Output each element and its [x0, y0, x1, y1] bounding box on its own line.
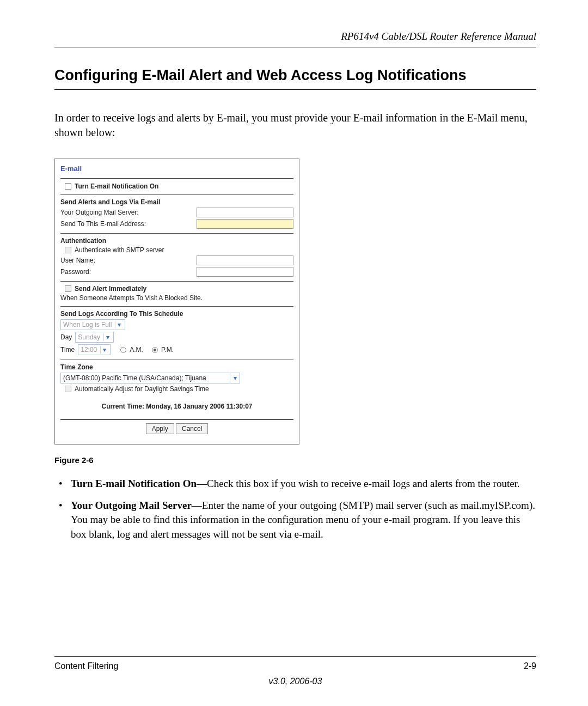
bullet-list: Turn E-mail Notification On—Check this b…: [54, 477, 536, 541]
turn-on-label: Turn E-mail Notification On: [75, 182, 158, 190]
outgoing-server-input[interactable]: [197, 208, 293, 217]
day-value: Sunday: [78, 333, 100, 341]
schedule-when-value: When Log is Full: [63, 321, 112, 328]
timezone-heading: Time Zone: [60, 363, 293, 371]
panel-title: E-mail: [60, 165, 293, 173]
list-item: Turn E-mail Notification On—Check this b…: [71, 477, 536, 491]
doc-header-title: RP614v4 Cable/DSL Router Reference Manua…: [54, 31, 536, 42]
schedule-heading: Send Logs According To This Schedule: [60, 310, 293, 318]
email-settings-screenshot: E-mail Turn E-mail Notification On Send …: [54, 159, 299, 445]
section-rule: [54, 89, 536, 90]
auth-smtp-checkbox[interactable]: [65, 247, 71, 253]
day-label: Day: [60, 333, 72, 341]
send-alerts-heading: Send Alerts and Logs Via E-mail: [60, 198, 293, 206]
time-value: 12:00: [81, 346, 97, 354]
sendto-label: Send To This E-mail Address:: [60, 220, 197, 228]
dst-checkbox[interactable]: [65, 386, 71, 392]
password-input[interactable]: [197, 267, 293, 277]
schedule-when-select[interactable]: When Log is Full ▾: [60, 319, 125, 330]
bullet-heading: Turn E-mail Notification On: [71, 478, 197, 489]
divider: [60, 419, 293, 420]
auth-smtp-label: Authenticate with SMTP server: [75, 246, 164, 254]
time-select[interactable]: 12:00 ▾: [78, 344, 111, 355]
time-label: Time: [60, 346, 75, 354]
chevron-down-icon: ▾: [100, 346, 108, 354]
apply-button[interactable]: Apply: [146, 423, 174, 434]
intro-paragraph: In order to receive logs and alerts by E…: [54, 111, 536, 140]
chevron-down-icon: ▾: [230, 373, 240, 384]
sendto-input[interactable]: [197, 219, 293, 229]
cancel-button[interactable]: Cancel: [176, 423, 208, 434]
turn-on-checkbox[interactable]: [65, 183, 71, 190]
header-rule: [54, 47, 536, 47]
page-footer: Content Filtering 2-9 v3.0, 2006-03: [54, 656, 536, 686]
divider: [60, 233, 293, 234]
pm-radio[interactable]: [152, 347, 158, 353]
dst-label: Automatically Adjust for Daylight Saving…: [75, 385, 209, 393]
current-time: Current Time: Monday, 16 January 2006 11…: [60, 403, 293, 410]
bullet-text: —Check this box if you wish to receive e…: [197, 478, 520, 489]
figure-caption: Figure 2-6: [54, 455, 536, 465]
timezone-select[interactable]: (GMT-08:00) Pacific Time (USA/Canada); T…: [60, 373, 230, 384]
divider: [60, 281, 293, 282]
list-item: Your Outgoing Mail Server—Enter the name…: [71, 498, 536, 541]
am-radio[interactable]: [120, 347, 126, 353]
am-label: A.M.: [130, 346, 143, 354]
timezone-value: (GMT-08:00) Pacific Time (USA/Canada); T…: [63, 374, 206, 382]
footer-version: v3.0, 2006-03: [54, 677, 536, 686]
password-label: Password:: [60, 268, 197, 276]
send-alert-desc: When Someone Attempts To Visit A Blocked…: [60, 294, 293, 302]
divider: [60, 194, 293, 195]
divider: [60, 178, 293, 179]
chevron-down-icon: ▾: [103, 333, 111, 341]
send-alert-immediately-checkbox[interactable]: [65, 285, 71, 292]
chevron-down-icon: ▾: [115, 321, 122, 328]
section-heading: Configuring E-Mail Alert and Web Access …: [54, 67, 536, 84]
username-label: User Name:: [60, 257, 197, 264]
divider: [60, 360, 293, 360]
username-input[interactable]: [197, 255, 293, 265]
footer-section: Content Filtering: [54, 661, 118, 671]
bullet-heading: Your Outgoing Mail Server: [71, 500, 192, 511]
outgoing-server-label: Your Outgoing Mail Server:: [60, 209, 197, 216]
divider: [60, 306, 293, 307]
day-select[interactable]: Sunday ▾: [75, 332, 114, 343]
footer-page-number: 2-9: [524, 661, 536, 671]
auth-heading: Authentication: [60, 237, 293, 245]
send-alert-immediately-label: Send Alert Immediately: [75, 285, 146, 293]
pm-label: P.M.: [161, 346, 174, 354]
